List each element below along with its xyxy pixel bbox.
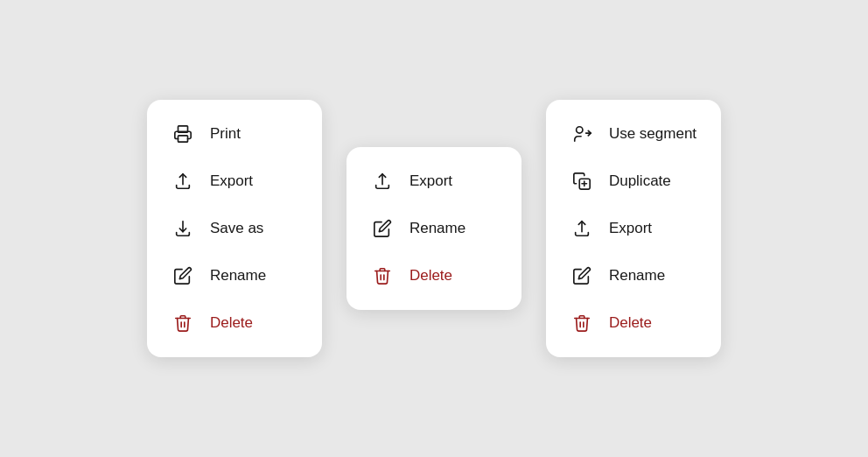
menu-item-export[interactable]: Export [154,158,315,205]
export-label: Export [210,172,253,190]
rename-label-right: Rename [609,267,665,285]
export-icon-mid [371,170,394,193]
menu-item-delete[interactable]: Delete [154,299,315,347]
menu-item-rename-right[interactable]: Rename [553,252,714,299]
rename-icon-right [570,264,593,287]
duplicate-icon [570,170,593,193]
export-icon [172,170,194,193]
print-icon [172,123,194,145]
use-segment-label: Use segment [609,125,696,143]
delete-label: Delete [210,314,253,332]
menu-item-rename[interactable]: Rename [154,252,315,299]
menu-item-duplicate[interactable]: Duplicate [553,158,714,205]
export-label-mid: Export [410,172,452,190]
rename-label-mid: Rename [410,220,466,237]
svg-rect-1 [178,136,187,142]
menu-item-delete-right[interactable]: Delete [553,299,714,347]
delete-icon-right [570,312,593,334]
delete-label-mid: Delete [410,267,452,285]
use-segment-icon [570,123,593,145]
duplicate-label: Duplicate [609,172,671,190]
svg-point-2 [576,127,582,133]
delete-label-right: Delete [609,314,652,332]
menu-item-delete-mid[interactable]: Delete [354,252,514,299]
save-as-label: Save as [210,220,263,237]
menu-right: Use segment Duplicate Expor [546,100,721,357]
rename-icon [172,264,194,287]
menu-item-print[interactable]: Print [154,110,315,158]
menu-middle: Export Rename Delete [346,147,522,310]
print-label: Print [210,125,241,143]
menu-item-export-mid[interactable]: Export [354,158,514,205]
menu-item-save-as[interactable]: Save as [154,205,315,252]
delete-icon-mid [371,264,394,287]
menu-left: Print Export Save as [147,100,322,357]
delete-icon [172,312,194,334]
save-as-icon [172,217,194,240]
menu-item-use-segment[interactable]: Use segment [553,110,714,158]
export-icon-right [570,217,593,240]
menus-container: Print Export Save as [147,100,721,357]
rename-icon-mid [371,217,394,240]
export-label-right: Export [609,220,652,237]
menu-item-rename-mid[interactable]: Rename [354,205,514,252]
rename-label: Rename [210,267,266,285]
menu-item-export-right[interactable]: Export [553,205,714,252]
